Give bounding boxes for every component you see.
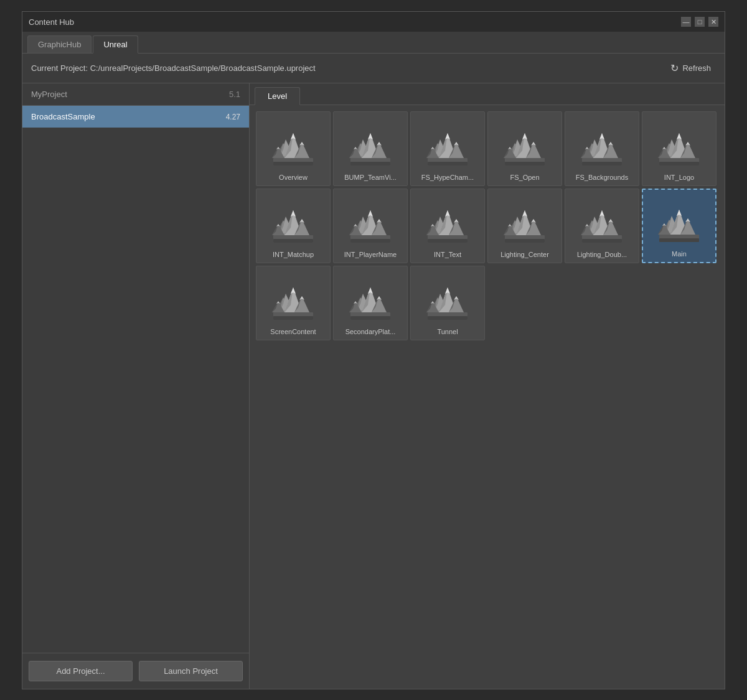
sidebar-footer: Add Project... Launch Project [22, 653, 249, 689]
grid-item-main[interactable]: Main [642, 189, 716, 263]
svg-rect-179 [659, 238, 699, 242]
refresh-label: Refresh [682, 63, 711, 73]
close-button[interactable]: ✕ [708, 17, 718, 27]
level-icon-fs_hypecham [423, 124, 472, 170]
svg-rect-149 [505, 239, 545, 243]
grid-item-int_logo[interactable]: INT_Logo [642, 111, 716, 186]
grid-item-int_matchup[interactable]: INT_Matchup [256, 189, 331, 263]
svg-rect-44 [428, 162, 467, 166]
svg-rect-14 [273, 162, 313, 166]
content-tabs: Level [250, 83, 725, 105]
grid-item-bump_teamvi[interactable]: BUMP_TeamVi... [333, 111, 408, 186]
grid-item-label-fs_open: FS_Open [510, 173, 539, 182]
window-controls: — □ ✕ [681, 17, 718, 27]
level-icon-tunnel [423, 278, 472, 325]
grid-item-lighting_center[interactable]: Lighting_Center [487, 189, 562, 263]
launch-project-button[interactable]: Launch Project [139, 661, 243, 681]
level-icon-fs_open [500, 124, 550, 170]
refresh-button[interactable]: ↻ Refresh [665, 60, 716, 77]
grid-item-secondaryplat[interactable]: SecondaryPlat... [333, 266, 408, 340]
window-title: Content Hub [29, 17, 74, 27]
refresh-icon: ↻ [670, 62, 679, 74]
level-icon-int_matchup [268, 201, 318, 248]
grid-item-label-int_playername: INT_PlayerName [344, 250, 397, 259]
level-icon-bump_teamvi [345, 124, 395, 170]
grid-item-int_text[interactable]: INT_Text [410, 189, 485, 263]
content-area: Level Overview [250, 83, 725, 689]
grid-item-label-tunnel: Tunnel [437, 327, 458, 336]
grid-item-int_playername[interactable]: INT_PlayerName [333, 189, 408, 263]
main-content: MyProject 5.1 BroadcastSample 4.27 Add P… [22, 83, 725, 689]
level-icon-overview [268, 124, 318, 170]
sidebar-project-name: MyProject [31, 90, 67, 99]
maximize-button[interactable]: □ [695, 17, 705, 27]
grid-item-label-secondaryplat: SecondaryPlat... [345, 327, 396, 336]
grid-item-label-int_logo: INT_Logo [664, 173, 694, 182]
grid-item-lighting_doub[interactable]: Lighting_Doub... [565, 189, 639, 263]
svg-rect-74 [582, 162, 622, 166]
level-icon-int_logo [654, 124, 704, 170]
level-icon-int_text [423, 201, 472, 248]
grid-item-label-bump_teamvi: BUMP_TeamVi... [344, 173, 397, 182]
top-tabs: GraphicHub Unreal [22, 32, 725, 54]
tab-unreal[interactable]: Unreal [93, 35, 138, 54]
grid-item-label-fs_backgrounds: FS_Backgrounds [576, 173, 628, 182]
minimize-button[interactable]: — [681, 17, 691, 27]
level-icon-screencontent [268, 278, 318, 325]
sidebar-item-broadcastsample[interactable]: BroadcastSample 4.27 [22, 106, 249, 128]
sidebar-project-version: 5.1 [229, 90, 240, 99]
grid-item-overview[interactable]: Overview [256, 111, 331, 186]
grid-item-label-int_text: INT_Text [434, 250, 461, 259]
level-icon-lighting_doub [577, 201, 627, 248]
svg-rect-194 [273, 316, 313, 320]
svg-rect-29 [350, 162, 390, 166]
grid-item-label-int_matchup: INT_Matchup [273, 250, 314, 259]
sidebar: MyProject 5.1 BroadcastSample 4.27 Add P… [22, 83, 250, 689]
svg-rect-209 [350, 316, 390, 320]
project-path: Current Project: C:/unrealProjects/Broad… [31, 63, 316, 73]
main-window: Content Hub — □ ✕ GraphicHub Unreal Curr… [22, 11, 725, 689]
grid-item-label-screencontent: ScreenContent [270, 327, 316, 336]
tab-level[interactable]: Level [255, 87, 300, 105]
grid-item-tunnel[interactable]: Tunnel [410, 266, 485, 340]
grid-item-label-fs_hypecham: FS_HypeCham... [421, 173, 474, 182]
svg-rect-134 [428, 239, 467, 243]
svg-rect-104 [273, 239, 313, 243]
grid-item-screencontent[interactable]: ScreenContent [256, 266, 331, 340]
sidebar-header: MyProject 5.1 [22, 83, 249, 106]
svg-rect-89 [659, 162, 699, 166]
sidebar-item-version: 4.27 [226, 113, 240, 121]
svg-rect-59 [505, 162, 545, 166]
level-grid: Overview BUMP_TeamVi... [250, 105, 725, 689]
level-icon-lighting_center [500, 201, 550, 248]
grid-item-label-overview: Overview [279, 173, 308, 182]
svg-rect-119 [350, 239, 390, 243]
project-bar: Current Project: C:/unrealProjects/Broad… [22, 54, 725, 83]
grid-item-fs_open[interactable]: FS_Open [487, 111, 562, 186]
level-icon-main [654, 200, 704, 247]
svg-rect-224 [428, 316, 467, 320]
tab-graphichub[interactable]: GraphicHub [27, 35, 92, 53]
title-bar: Content Hub — □ ✕ [22, 12, 725, 32]
grid-item-label-lighting_doub: Lighting_Doub... [577, 250, 627, 259]
grid-item-label-lighting_center: Lighting_Center [500, 250, 549, 259]
level-icon-fs_backgrounds [577, 124, 627, 170]
sidebar-item-name: BroadcastSample [31, 112, 95, 121]
svg-rect-164 [582, 239, 622, 243]
grid-item-label-main: Main [672, 250, 687, 258]
grid-item-fs_hypecham[interactable]: FS_HypeCham... [410, 111, 485, 186]
add-project-button[interactable]: Add Project... [29, 661, 133, 681]
level-icon-secondaryplat [345, 278, 395, 325]
grid-item-fs_backgrounds[interactable]: FS_Backgrounds [565, 111, 639, 186]
level-icon-int_playername [345, 201, 395, 248]
